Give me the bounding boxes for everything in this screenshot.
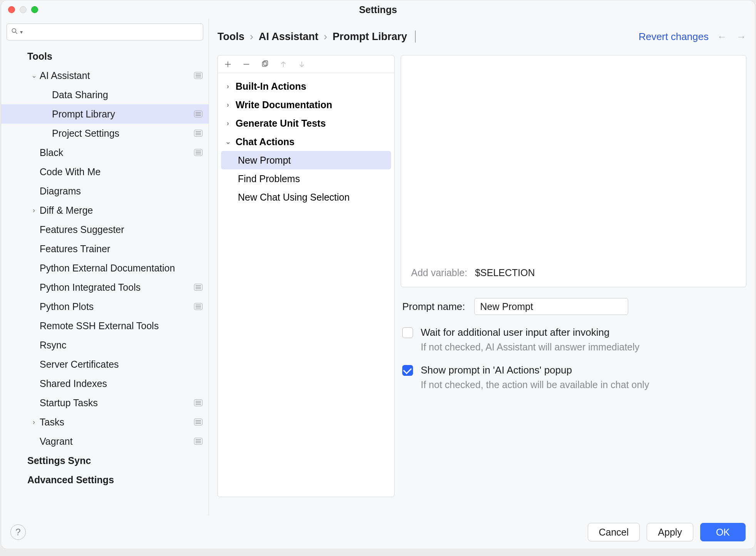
- chevron-right-icon: ›: [28, 206, 40, 214]
- main-panel: Tools › AI Assistant › Prompt Library Re…: [209, 19, 755, 516]
- sidebar-item[interactable]: Shared Indexes: [1, 374, 209, 393]
- breadcrumb-item[interactable]: Tools: [217, 31, 244, 43]
- sidebar-item[interactable]: Settings Sync: [1, 451, 209, 470]
- breadcrumb-item[interactable]: Prompt Library: [333, 31, 407, 43]
- chevron-down-icon: ⌄: [28, 71, 40, 80]
- sidebar-item[interactable]: Python Integrated Tools: [1, 278, 209, 297]
- add-button[interactable]: [222, 59, 233, 70]
- sidebar-item[interactable]: Server Certificates: [1, 355, 209, 374]
- sidebar-item-label: Prompt Library: [52, 109, 194, 120]
- breadcrumb-item[interactable]: AI Assistant: [259, 31, 318, 43]
- ok-button[interactable]: OK: [700, 523, 746, 541]
- revert-changes-link[interactable]: Revert changes: [639, 31, 709, 43]
- prompt-library-panel: ›Built-In Actions›Write Documentation›Ge…: [217, 55, 395, 497]
- sidebar-item-label: Python Plots: [40, 301, 194, 312]
- chevron-right-icon: ›: [324, 31, 327, 43]
- sidebar-item[interactable]: ⌄AI Assistant: [1, 66, 209, 85]
- header: Tools › AI Assistant › Prompt Library Re…: [217, 26, 746, 47]
- chevron-right-icon: ›: [223, 82, 232, 90]
- sidebar-item-label: Advanced Settings: [27, 474, 202, 486]
- chevron-right-icon: ›: [223, 101, 232, 109]
- minimize-window-button[interactable]: [20, 6, 27, 13]
- sidebar-item-label: Settings Sync: [27, 455, 202, 466]
- wait-input-checkbox[interactable]: [402, 327, 413, 338]
- sidebar-item[interactable]: Data Sharing: [1, 85, 209, 104]
- svg-rect-6: [264, 60, 268, 65]
- nav-forward-icon[interactable]: →: [736, 31, 746, 43]
- prompt-editor-panel: Add variable: $SELECTION Prompt name:: [401, 55, 746, 497]
- move-down-button[interactable]: [296, 59, 307, 70]
- show-in-actions-label: Show prompt in 'AI Actions' popup: [421, 364, 649, 376]
- sidebar-item-label: Python External Documentation: [40, 263, 202, 274]
- copy-button[interactable]: [259, 59, 270, 70]
- sidebar-item[interactable]: Diagrams: [1, 181, 209, 201]
- sidebar-item[interactable]: ›Diff & Merge: [1, 201, 209, 220]
- show-in-actions-checkbox[interactable]: [402, 365, 413, 376]
- project-scope-icon: [194, 284, 202, 291]
- content: ▾ Tools⌄AI AssistantData SharingPrompt L…: [1, 19, 755, 516]
- project-scope-icon: [415, 31, 416, 43]
- sidebar-item[interactable]: Black: [1, 143, 209, 162]
- sidebar-item[interactable]: Python External Documentation: [1, 258, 209, 278]
- add-variable-selection[interactable]: $SELECTION: [475, 267, 535, 278]
- cancel-button[interactable]: Cancel: [588, 523, 640, 541]
- sidebar-item[interactable]: Remote SSH External Tools: [1, 316, 209, 335]
- sidebar-item[interactable]: Vagrant: [1, 432, 209, 451]
- prompt-tree-item[interactable]: New Prompt: [221, 151, 391, 169]
- search-input[interactable]: ▾: [7, 23, 203, 40]
- remove-button[interactable]: [241, 59, 252, 70]
- project-scope-icon: [194, 303, 202, 310]
- wait-input-hint: If not checked, AI Assistant will answer…: [421, 342, 639, 353]
- prompt-editor[interactable]: Add variable: $SELECTION: [401, 55, 746, 287]
- sidebar-item-label: Diff & Merge: [40, 205, 202, 216]
- move-up-button[interactable]: [278, 59, 289, 70]
- sidebar-item[interactable]: Features Trainer: [1, 239, 209, 258]
- help-button[interactable]: ?: [10, 524, 26, 540]
- sidebar-item[interactable]: Rsync: [1, 335, 209, 355]
- nav-back-icon[interactable]: ←: [717, 31, 727, 43]
- sidebar-item-label: AI Assistant: [40, 70, 194, 81]
- sidebar-item[interactable]: Python Plots: [1, 297, 209, 316]
- sidebar-item[interactable]: Advanced Settings: [1, 470, 209, 489]
- search-icon: [11, 27, 18, 37]
- sidebar-item[interactable]: Project Settings: [1, 124, 209, 143]
- sidebar-item[interactable]: Startup Tasks: [1, 393, 209, 412]
- zoom-window-button[interactable]: [31, 6, 38, 13]
- show-in-actions-hint: If not checked, the action will be avail…: [421, 379, 649, 390]
- sidebar-item[interactable]: Prompt Library: [1, 104, 209, 124]
- prompt-tree-item[interactable]: ›Generate Unit Tests: [218, 114, 394, 132]
- sidebar-item[interactable]: Features Suggester: [1, 220, 209, 239]
- project-scope-icon: [194, 419, 202, 425]
- sidebar-item-label: Shared Indexes: [40, 378, 202, 389]
- project-scope-icon: [194, 111, 202, 117]
- prompt-tree-label: New Prompt: [238, 155, 291, 166]
- close-window-button[interactable]: [8, 6, 15, 13]
- settings-sidebar: ▾ Tools⌄AI AssistantData SharingPrompt L…: [1, 19, 209, 516]
- project-scope-icon: [194, 438, 202, 445]
- prompt-tree-item[interactable]: ›Write Documentation: [218, 95, 394, 114]
- prompt-tree-label: New Chat Using Selection: [238, 192, 350, 203]
- sidebar-item[interactable]: Tools: [1, 47, 209, 66]
- wait-input-label: Wait for additional user input after inv…: [421, 327, 639, 338]
- prompt-name-input[interactable]: [474, 298, 628, 315]
- prompt-tree-item[interactable]: ⌄Chat Actions: [218, 132, 394, 151]
- prompt-tree-item[interactable]: Find Problems: [218, 169, 394, 188]
- chevron-down-icon: ⌄: [223, 137, 232, 146]
- sidebar-item-label: Startup Tasks: [40, 397, 194, 409]
- project-scope-icon: [194, 149, 202, 156]
- apply-button[interactable]: Apply: [647, 523, 693, 541]
- sidebar-item[interactable]: ›Tasks: [1, 412, 209, 432]
- prompt-toolbar: [218, 55, 394, 73]
- sidebar-item-label: Features Trainer: [40, 243, 202, 255]
- settings-tree: Tools⌄AI AssistantData SharingPrompt Lib…: [1, 47, 209, 489]
- prompt-tree-item[interactable]: ›Built-In Actions: [218, 77, 394, 95]
- sidebar-item[interactable]: Code With Me: [1, 162, 209, 181]
- prompt-tree-item[interactable]: New Chat Using Selection: [218, 188, 394, 206]
- sidebar-item-label: Code With Me: [40, 166, 202, 178]
- sidebar-item-label: Tasks: [40, 417, 194, 428]
- project-scope-icon: [194, 399, 202, 406]
- breadcrumb: Tools › AI Assistant › Prompt Library: [217, 31, 416, 43]
- search-options-caret-icon[interactable]: ▾: [20, 29, 23, 35]
- chevron-right-icon: ›: [28, 418, 40, 426]
- titlebar: Settings: [1, 0, 755, 19]
